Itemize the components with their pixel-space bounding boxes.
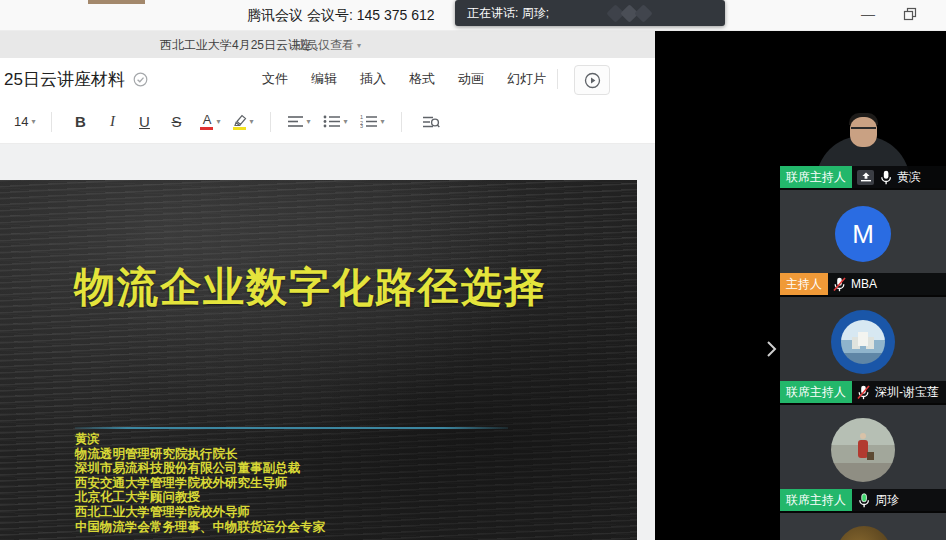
find-icon <box>422 115 440 129</box>
bullet-list-button[interactable]: ▾ <box>323 115 348 128</box>
align-left-icon <box>287 115 304 128</box>
svg-text:3: 3 <box>360 123 363 128</box>
menu-edit[interactable]: 编辑 <box>311 70 337 88</box>
shared-doc-window: 西北工业大学4月25日云讲座... 成员仅查看▾ 25日云讲座材料 文件 编辑 … <box>0 30 655 540</box>
divider <box>557 69 558 89</box>
credit-line: 北京化工大学顾问教授 <box>75 490 325 505</box>
maximize-icon <box>903 7 917 21</box>
format-toolbar: 14▾ B I U S A ▾ ▾ ▾ <box>0 100 655 144</box>
view-mode-dropdown[interactable]: 成员仅查看▾ <box>294 37 361 54</box>
chevron-down-icon: ▾ <box>357 41 361 50</box>
chevron-down-icon: ▾ <box>381 117 385 126</box>
participant-namebar: 主持人 MBA <box>780 273 946 295</box>
tencent-meeting-logo-icon <box>595 4 685 24</box>
chevron-down-icon: ▾ <box>250 117 254 126</box>
chevron-right-icon <box>766 340 777 358</box>
font-color-button[interactable]: A ▾ <box>200 113 220 130</box>
participant-tile[interactable]: 联席主持人 深圳-谢宝莲 <box>780 297 946 405</box>
participant-video-detail <box>851 127 876 133</box>
menu-insert[interactable]: 插入 <box>360 70 386 88</box>
saved-check-icon <box>133 72 148 91</box>
participant-name: 深圳-谢宝莲 <box>875 384 939 401</box>
credit-line: 深圳市易流科技股份有限公司董事副总裁 <box>75 461 325 476</box>
doc-header: 25日云讲座材料 文件 编辑 插入 格式 动画 幻灯片 <box>0 58 655 100</box>
credit-line: 西安交通大学管理学院校外研究生导师 <box>75 476 325 491</box>
bold-button[interactable]: B <box>72 113 88 130</box>
chevron-down-icon: ▾ <box>344 117 348 126</box>
photo-avatar <box>837 526 891 540</box>
menu-file[interactable]: 文件 <box>262 70 288 88</box>
participants-sidebar: 联席主持人 黄滨 M 主持人 <box>780 30 946 540</box>
mic-muted-icon <box>857 385 870 400</box>
photo-avatar <box>831 418 895 482</box>
credit-line: 物流透明管理研究院执行院长 <box>75 447 325 462</box>
speaking-toast: 正在讲话: 周珍; <box>455 0 725 26</box>
play-icon <box>584 72 601 89</box>
doc-title: 25日云讲座材料 <box>4 68 125 91</box>
avatar-letter: M <box>835 206 891 262</box>
speaking-toast-text: 正在讲话: 周珍; <box>455 5 549 22</box>
font-size-select[interactable]: 14▾ <box>14 114 35 129</box>
menu-bar: 文件 编辑 插入 格式 动画 幻灯片 <box>262 58 546 100</box>
window-titlebar: 腾讯会议 会议号: 145 375 612 — 正在讲话: 周珍; <box>0 0 946 31</box>
menu-format[interactable]: 格式 <box>409 70 435 88</box>
participant-tile[interactable]: M 主持人 MBA <box>780 190 946 297</box>
background-window-edge <box>88 0 145 4</box>
credit-line: 中国物流学会常务理事、中物联货运分会专家 <box>75 520 325 535</box>
bullet-list-icon <box>323 115 341 128</box>
divider <box>270 112 271 132</box>
chevron-down-icon: ▾ <box>307 117 311 126</box>
screen-share-icon <box>857 170 874 185</box>
meeting-id-title: 腾讯会议 会议号: 145 375 612 <box>247 7 435 25</box>
participant-name: MBA <box>851 277 877 291</box>
highlighter-icon <box>233 114 247 126</box>
strikethrough-button[interactable]: S <box>168 113 184 130</box>
underline-button[interactable]: U <box>136 113 152 130</box>
divider <box>401 112 402 132</box>
participant-name: 黄滨 <box>897 169 921 186</box>
present-button[interactable] <box>574 65 610 95</box>
align-button[interactable]: ▾ <box>287 115 311 128</box>
slide-blackboard[interactable]: 物流企业数字化路径选择 黄滨 物流透明管理研究院执行院长 深圳市易流科技股份有限… <box>0 180 637 540</box>
menu-animation[interactable]: 动画 <box>458 70 484 88</box>
participant-name: 周珍 <box>875 492 899 509</box>
role-badge: 主持人 <box>780 273 828 295</box>
role-badge: 联席主持人 <box>780 381 852 403</box>
italic-button[interactable]: I <box>104 113 120 130</box>
chevron-down-icon: ▾ <box>216 117 220 126</box>
role-badge: 联席主持人 <box>780 489 852 511</box>
doc-tab-bar: 西北工业大学4月25日云讲座... 成员仅查看▾ <box>0 30 655 59</box>
maximize-button[interactable] <box>894 0 926 28</box>
numbered-list-icon: 123 <box>360 115 378 128</box>
minimize-button[interactable]: — <box>852 0 884 28</box>
slide-divider-line <box>75 427 508 429</box>
mic-on-icon <box>879 170 892 185</box>
role-badge: 联席主持人 <box>780 166 852 188</box>
divider <box>51 112 52 132</box>
participant-namebar: 联席主持人 周珍 <box>780 489 946 511</box>
university-logo-avatar <box>831 310 895 374</box>
participant-namebar: 联席主持人 深圳-谢宝莲 <box>780 381 946 403</box>
chevron-down-icon: ▾ <box>31 117 35 126</box>
doc-canvas[interactable]: 物流企业数字化路径选择 黄滨 物流透明管理研究院执行院长 深圳市易流科技股份有限… <box>0 144 655 540</box>
slide-title: 物流企业数字化路径选择 <box>74 260 547 315</box>
mic-muted-icon <box>833 277 846 292</box>
find-replace-button[interactable] <box>422 115 440 129</box>
credit-line: 西北工业大学管理学院校外导师 <box>75 505 325 520</box>
numbered-list-button[interactable]: 123 ▾ <box>360 115 385 128</box>
highlight-color-button[interactable]: ▾ <box>233 114 254 130</box>
participant-namebar: 联席主持人 黄滨 <box>780 166 946 188</box>
menu-slideshow[interactable]: 幻灯片 <box>507 70 546 88</box>
participant-tile-video[interactable]: 联席主持人 黄滨 <box>780 85 946 190</box>
speaker-credits: 黄滨 物流透明管理研究院执行院长 深圳市易流科技股份有限公司董事副总裁 西安交通… <box>75 432 325 534</box>
mic-speaking-icon <box>857 493 870 508</box>
credit-line: 黄滨 <box>75 432 325 447</box>
participant-tile[interactable]: 联席主持人 周珍 <box>780 405 946 513</box>
participant-tile-partial[interactable] <box>780 513 946 540</box>
